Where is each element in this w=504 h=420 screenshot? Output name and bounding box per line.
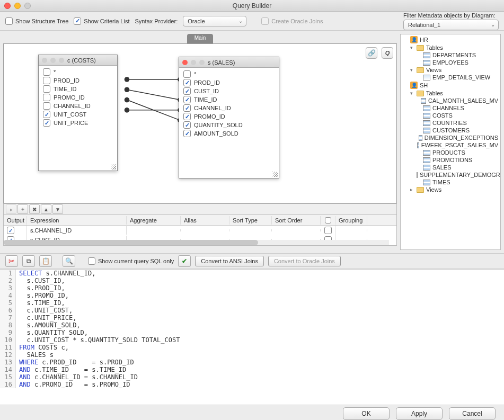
sql-line[interactable]: 7 c.UNIT_PRICE, [0,314,504,321]
sql-line[interactable]: 13WHERE c.PROD_ID = s.PROD_ID [0,359,504,366]
tree-twisty[interactable]: ▾ [408,67,414,73]
tree-node[interactable]: CAL_MONTH_SALES_MV [401,97,500,104]
sql-line[interactable]: 11FROM COSTS c, [0,344,504,351]
code-content[interactable]: c.UNIT_COST * s.QUANTITY_SOLD TOTAL_COST [16,336,180,344]
sql-line[interactable]: 1SELECT s.CHANNEL_ID, [0,270,504,277]
output-checkbox[interactable] [7,227,14,234]
field-row[interactable]: PROD_ID [40,76,116,85]
sql-line[interactable]: 9 s.QUANTITY_SOLD, [0,329,504,336]
sql-line[interactable]: 2 s.CUST_ID, [0,277,504,284]
grid-header-sort-order[interactable]: Sort Order [272,216,321,225]
sql-line[interactable]: 10 c.UNIT_COST * s.QUANTITY_SOLD TOTAL_C… [0,336,504,344]
field-row[interactable]: PROMO_ID [180,112,278,121]
field-checkbox[interactable] [43,102,50,110]
code-content[interactable]: c.UNIT_PRICE, [16,314,76,321]
tree-node[interactable]: CUSTOMERS [401,127,500,134]
query-diagram-canvas[interactable]: 🔗 Q c (COSTS [3,43,397,203]
paste-button[interactable]: 📋 [39,255,52,267]
grid-header-grouping-check[interactable] [321,216,335,225]
field-row[interactable]: AMOUNT_SOLD [180,129,278,138]
tree-node[interactable]: ▸Views [401,186,500,193]
code-content[interactable]: AND c.CHANNEL_ID = s.CHANNEL_ID [16,373,138,381]
field-checkbox[interactable] [43,111,50,118]
tree-node[interactable]: ▾Tables [401,90,500,97]
grid-remove-button[interactable]: ✖ [29,204,40,214]
grid-header-aggregate[interactable]: Aggregate [127,216,181,225]
field-row[interactable]: CHANNEL_ID [180,104,278,112]
field-row[interactable]: CUST_ID [180,87,278,95]
field-checkbox[interactable] [43,68,50,76]
show-structure-tree-checkbox[interactable] [5,17,13,25]
grid-header-grouping[interactable]: Grouping [335,216,367,225]
tree-node[interactable]: ▾Tables [401,44,500,51]
sort-order-cell[interactable] [272,229,321,231]
table-max-button[interactable] [59,58,64,63]
field-row[interactable]: CHANNEL_ID [40,102,116,110]
tree-node[interactable]: FWEEK_PSCAT_SALES_MV [401,141,500,149]
tree-node[interactable]: COSTS [401,112,500,119]
validate-button[interactable]: ✔ [178,255,191,267]
show-criteria-list-checkbox[interactable] [74,17,81,25]
tree-twisty[interactable]: ▾ [408,91,414,96]
show-current-sql-checkbox[interactable] [88,257,95,265]
table-window-costs[interactable]: c (COSTS) *PROD_IDTIME_IDPROMO_IDCHANNEL… [38,55,118,171]
tree-node[interactable]: TIMES [401,178,500,186]
filter-metadata-select[interactable]: Relational_1 [403,20,499,30]
grid-header-expression[interactable]: Expression [27,216,127,225]
field-row[interactable]: * [180,70,278,78]
copy-button[interactable]: ⧉ [22,255,35,267]
tree-node[interactable]: PROMOTIONS [401,156,500,164]
field-checkbox[interactable] [183,70,191,78]
sort-type-cell[interactable] [229,229,272,231]
field-row[interactable]: TIME_ID [40,85,116,93]
table-close-button[interactable] [42,58,47,63]
tree-node[interactable]: ▾Views [401,66,500,74]
field-row[interactable]: * [40,68,116,76]
grid-header-sort-type[interactable]: Sort Type [229,216,272,225]
table-window-sales[interactable]: s (SALES) *PROD_IDCUST_IDTIME_IDCHANNEL_… [179,57,279,178]
code-content[interactable]: s.TIME_ID, [16,299,65,307]
field-checkbox[interactable] [183,79,191,86]
field-checkbox[interactable] [43,119,50,127]
tree-twisty[interactable]: ▾ [408,45,414,50]
table-min-button[interactable] [191,60,196,65]
tree-node[interactable]: SUPPLEMENTARY_DEMOGRAPHICS [401,171,500,178]
table-close-button[interactable] [182,60,188,65]
find-button[interactable]: 🔍 [63,255,75,267]
code-content[interactable]: AND c.PROMO_ID = s.PROMO_ID [16,381,130,388]
tree-node[interactable]: DIMENSION_EXCEPTIONS [401,134,500,141]
link-tables-button[interactable]: 🔗 [366,47,377,59]
code-content[interactable]: c.UNIT_COST, [16,307,73,314]
grid-header-output[interactable]: Output [4,216,27,225]
aggregate-cell[interactable] [127,229,181,231]
field-row[interactable]: UNIT_PRICE [40,119,116,127]
field-checkbox[interactable] [183,87,191,95]
sql-line[interactable]: 3 s.PROD_ID, [0,284,504,292]
tree-twisty[interactable]: ▸ [408,187,414,192]
table-max-button[interactable] [199,60,205,65]
tree-node[interactable]: EMPLOYEES [401,59,500,66]
horizontal-scrollbar[interactable] [4,240,389,245]
grid-add-button[interactable]: ＋ [17,204,28,214]
sql-line[interactable]: 6 c.UNIT_COST, [0,307,504,314]
sql-editor[interactable]: 1SELECT s.CHANNEL_ID,2 s.CUST_ID,3 s.PRO… [0,269,504,405]
tree-node[interactable]: 👤SH [401,81,500,90]
code-content[interactable]: s.CUST_ID, [16,277,65,284]
tree-node[interactable]: DEPARTMENTS [401,51,500,59]
grid-header-alias[interactable]: Alias [181,216,229,225]
field-row[interactable]: TIME_ID [180,95,278,104]
field-row[interactable]: QUANTITY_SOLD [180,121,278,129]
sql-line[interactable]: 5 s.TIME_ID, [0,299,504,307]
sql-line[interactable]: 8 s.AMOUNT_SOLD, [0,321,504,329]
field-checkbox[interactable] [43,85,50,93]
code-content[interactable]: SELECT s.CHANNEL_ID, [16,270,96,277]
code-content[interactable]: SALES s [16,351,54,359]
sql-line[interactable]: 12 SALES s [0,351,504,359]
code-content[interactable]: s.AMOUNT_SOLD, [16,321,81,329]
field-checkbox[interactable] [183,121,191,129]
grouping-checkbox[interactable] [324,227,332,234]
tree-node[interactable]: EMP_DETAILS_VIEW [401,74,500,81]
sql-line[interactable]: 14AND c.TIME_ID = s.TIME_ID [0,366,504,373]
resize-handle[interactable] [111,164,116,169]
code-content[interactable]: s.PROMO_ID, [16,292,69,299]
